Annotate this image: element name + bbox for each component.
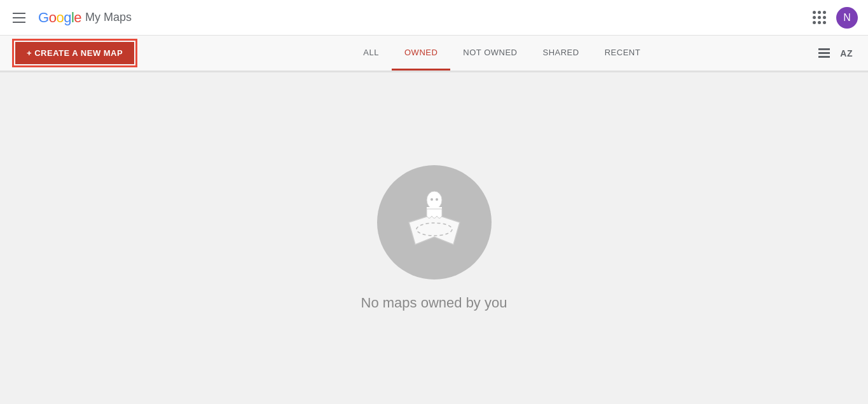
tab-bar: ALL OWNED NOT OWNED SHARED RECENT <box>200 36 803 71</box>
tab-owned[interactable]: OWNED <box>392 36 450 71</box>
list-view-icon[interactable] <box>818 48 830 58</box>
user-avatar[interactable]: N <box>836 7 858 29</box>
empty-state-illustration <box>377 165 492 279</box>
hamburger-menu-icon[interactable] <box>10 10 28 25</box>
sort-az-button[interactable]: AZ <box>840 48 853 58</box>
create-new-map-button[interactable]: + CREATE A NEW MAP <box>15 42 134 64</box>
google-apps-icon[interactable] <box>810 8 829 27</box>
ghost-map-icon <box>399 187 469 257</box>
google-wordmark: Google <box>38 10 81 26</box>
tab-shared[interactable]: SHARED <box>530 36 592 71</box>
tab-all[interactable]: ALL <box>350 36 392 71</box>
svg-point-4 <box>431 198 433 201</box>
toolbar: + CREATE A NEW MAP ALL OWNED NOT OWNED S… <box>0 36 868 71</box>
tab-not-owned[interactable]: NOT OWNED <box>450 36 530 71</box>
svg-point-5 <box>436 198 438 201</box>
toolbar-right: AZ <box>818 48 853 58</box>
svg-point-2 <box>427 191 442 209</box>
header: Google My Maps N <box>0 0 868 36</box>
app-name-label: My Maps <box>85 11 132 24</box>
tab-recent[interactable]: RECENT <box>592 36 653 71</box>
google-mymaps-logo[interactable]: Google My Maps <box>38 10 132 26</box>
header-left: Google My Maps <box>10 10 132 26</box>
header-right: N <box>810 7 858 29</box>
empty-state-message: No maps owned by you <box>361 295 507 311</box>
main-content: No maps owned by you <box>0 72 868 404</box>
